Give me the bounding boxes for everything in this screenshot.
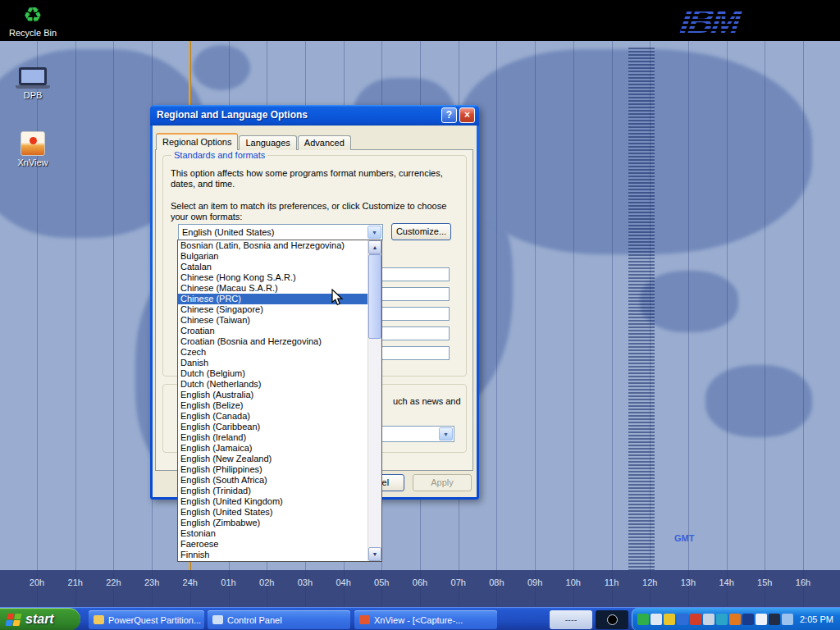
dropdown-item[interactable]: English (Trinidad) bbox=[178, 486, 368, 496]
dropdown-item[interactable]: Danish bbox=[178, 358, 368, 368]
tray-icon-5[interactable] bbox=[690, 614, 701, 625]
hour-label: 01h bbox=[221, 578, 235, 587]
taskbar-task-button[interactable]: Control Panel bbox=[208, 610, 350, 629]
dropdown-item[interactable]: English (Ireland) bbox=[178, 432, 368, 443]
hour-label: 09h bbox=[527, 578, 542, 587]
dropdown-item[interactable]: Catalan bbox=[178, 262, 368, 272]
locale-combobox-value: English (United States) bbox=[182, 227, 275, 237]
daylight-hatch-band bbox=[628, 48, 655, 573]
landmass bbox=[705, 365, 812, 437]
landmass bbox=[640, 271, 738, 332]
hour-label: 16h bbox=[796, 578, 810, 587]
dropdown-item[interactable]: English (Jamaica) bbox=[178, 443, 368, 454]
timezone-line bbox=[37, 41, 38, 607]
taskbar-overflow-button[interactable]: ---- bbox=[550, 610, 592, 629]
tray-icon-2[interactable] bbox=[651, 614, 662, 625]
folder-icon bbox=[94, 615, 104, 624]
hour-label: 14h bbox=[719, 578, 733, 587]
start-button[interactable]: start bbox=[0, 608, 80, 630]
timezone-line bbox=[765, 41, 765, 607]
tray-icon-8[interactable] bbox=[729, 614, 741, 625]
hour-label: 08h bbox=[489, 578, 504, 587]
dropdown-item[interactable]: Dutch (Netherlands) bbox=[178, 379, 368, 390]
xnview-icon bbox=[21, 131, 45, 156]
scrollbar-thumb[interactable] bbox=[368, 254, 381, 339]
hour-label: 15h bbox=[757, 578, 772, 587]
dropdown-item[interactable]: English (New Zealand) bbox=[178, 454, 368, 464]
timezone-line bbox=[113, 41, 114, 607]
hour-label: 04h bbox=[336, 578, 350, 587]
dropdown-item[interactable]: English (Belize) bbox=[178, 400, 368, 411]
desktop-icon-recycle-bin[interactable]: ♻ Recycle Bin bbox=[7, 3, 59, 38]
desktop-icon-dpb[interactable]: DPB bbox=[7, 67, 59, 100]
dropdown-item[interactable]: Croatian (Bosnia and Herzegovina) bbox=[178, 336, 368, 347]
tray-icon-12[interactable] bbox=[782, 614, 793, 625]
start-button-label: start bbox=[25, 612, 54, 627]
hour-label: 22h bbox=[106, 578, 121, 587]
desktop-icon-xnview[interactable]: XnView bbox=[7, 131, 59, 167]
dropdown-item[interactable]: English (South Africa) bbox=[178, 475, 368, 486]
timezone-line bbox=[573, 41, 574, 607]
tray-icon-9[interactable] bbox=[742, 614, 754, 625]
tray-icon-6[interactable] bbox=[703, 614, 714, 625]
dropdown-item[interactable]: English (Australia) bbox=[178, 390, 368, 400]
hour-label: 24h bbox=[183, 578, 198, 587]
dropdown-item[interactable]: Dutch (Belgium) bbox=[178, 368, 368, 379]
xnview-icon bbox=[359, 615, 370, 624]
scroll-down-icon[interactable]: ▼ bbox=[368, 547, 381, 561]
dropdown-scrollbar[interactable]: ▲ ▼ bbox=[368, 240, 381, 561]
taskbar: start PowerQuest Partition...Control Pan… bbox=[0, 607, 840, 630]
tab-advanced[interactable]: Advanced bbox=[298, 135, 351, 150]
taskbar-task-button[interactable]: PowerQuest Partition... bbox=[89, 610, 204, 629]
help-button[interactable]: ? bbox=[441, 107, 457, 123]
tray-icon-7[interactable] bbox=[716, 614, 728, 625]
tray-icon-1[interactable] bbox=[637, 614, 649, 625]
hour-label: 05h bbox=[374, 578, 389, 587]
dropdown-item[interactable]: English (Canada) bbox=[178, 411, 368, 422]
dropdown-item[interactable]: Chinese (Hong Kong S.A.R.) bbox=[178, 272, 368, 283]
dropdown-item[interactable]: Bosnian (Latin, Bosnia and Herzegovina) bbox=[178, 240, 368, 251]
dropdown-item[interactable]: Chinese (Taiwan) bbox=[178, 315, 368, 326]
task-button-label: XnView - [<Capture-... bbox=[374, 615, 463, 625]
hour-label: 06h bbox=[413, 578, 427, 587]
dropdown-item[interactable]: English (Zimbabwe) bbox=[178, 518, 368, 528]
dropdown-item[interactable]: English (Caribbean) bbox=[178, 422, 368, 432]
dropdown-item[interactable]: Czech bbox=[178, 347, 368, 358]
dropdown-item[interactable]: English (Philippines) bbox=[178, 464, 368, 475]
location-text-fragment: uch as news and bbox=[393, 396, 461, 407]
close-button[interactable]: × bbox=[459, 107, 475, 123]
chevron-down-icon[interactable]: ▼ bbox=[368, 226, 381, 239]
locale-combobox[interactable]: English (United States) ▼ bbox=[178, 224, 383, 240]
mouse-cursor bbox=[331, 289, 345, 310]
tray-icon-11[interactable] bbox=[769, 614, 780, 625]
standards-instruction: Select an item to match its preferences,… bbox=[171, 201, 456, 222]
tray-icon-10[interactable] bbox=[756, 614, 767, 625]
chevron-down-icon[interactable]: ▼ bbox=[439, 427, 453, 441]
timezone-line bbox=[612, 41, 613, 607]
ibm-logo: IBM bbox=[681, 2, 771, 39]
desktop-icon-label: XnView bbox=[7, 158, 59, 167]
dropdown-item[interactable]: Finnish bbox=[178, 550, 368, 560]
dropdown-item[interactable]: Bulgarian bbox=[178, 251, 368, 262]
tab-regional-options[interactable]: Regional Options bbox=[156, 133, 238, 150]
hour-label: 03h bbox=[298, 578, 313, 587]
dropdown-item[interactable]: Estonian bbox=[178, 528, 368, 539]
dropdown-item[interactable]: Croatian bbox=[178, 326, 368, 336]
scroll-up-icon[interactable]: ▲ bbox=[368, 240, 381, 254]
taskbar-task-button[interactable]: XnView - [<Capture-... bbox=[354, 610, 497, 629]
apply-button[interactable]: Apply bbox=[413, 474, 472, 491]
dropdown-item[interactable]: English (United States) bbox=[178, 507, 368, 518]
tray-icon-3[interactable] bbox=[664, 614, 675, 625]
dialog-titlebar[interactable]: Regional and Language Options ? × bbox=[150, 105, 479, 126]
customize-button[interactable]: Customize... bbox=[391, 223, 451, 240]
tab-languages[interactable]: Languages bbox=[239, 135, 296, 150]
tray-icon-4[interactable] bbox=[677, 614, 688, 625]
task-button-label: PowerQuest Partition... bbox=[108, 615, 201, 625]
dropdown-item[interactable]: English (United Kingdom) bbox=[178, 496, 368, 507]
locale-dropdown-list: Bosnian (Latin, Bosnia and Herzegovina)B… bbox=[177, 240, 382, 562]
dropdown-item[interactable]: Faeroese bbox=[178, 539, 368, 550]
standards-description: This option affects how some programs fo… bbox=[171, 168, 445, 189]
taskbar-dark-item[interactable] bbox=[596, 610, 628, 629]
recycle-bin-icon: ♻ bbox=[7, 3, 59, 26]
taskbar-clock[interactable]: 2:05 PM bbox=[800, 614, 833, 624]
